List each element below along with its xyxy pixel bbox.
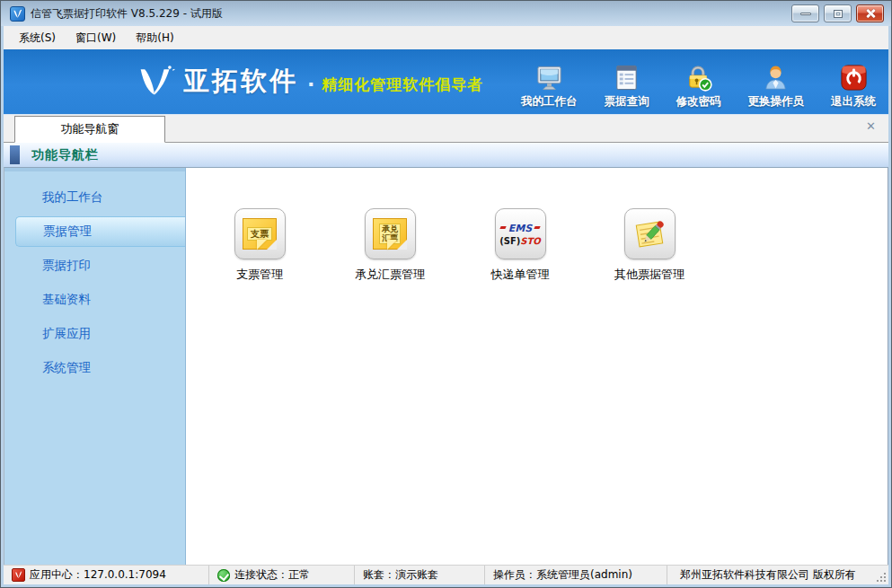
menu-window[interactable]: 窗口(W): [66, 27, 126, 49]
monitor-icon: [534, 63, 564, 92]
express-icon: EMS (SF)STO: [495, 208, 546, 259]
nav-accent-bar: [10, 145, 20, 164]
resize-grip[interactable]: [875, 571, 887, 583]
maximize-button[interactable]: [824, 4, 852, 22]
status-account-text: 账套：演示账套: [363, 567, 438, 583]
sidebar-item-system-management[interactable]: 系统管理: [4, 351, 185, 385]
status-account-set: 账套：演示账套: [355, 566, 485, 584]
tab-close-icon[interactable]: ✕: [866, 120, 876, 132]
lock-icon: [684, 63, 713, 92]
sidebar-item-extended-apps[interactable]: 扩展应用: [4, 317, 185, 351]
app-window: 信管飞票据打印软件 V8.5.229 - 试用版 系统(S) 窗口(W) 帮助(…: [0, 0, 892, 588]
tool-label: 票据查询: [605, 94, 649, 110]
acceptance-note-line2: 汇票: [382, 234, 398, 243]
window-body: 系统(S) 窗口(W) 帮助(H) 亚拓软件 · 精细化管理软件倡导者: [4, 26, 888, 584]
menu-bar: 系统(S) 窗口(W) 帮助(H): [4, 26, 888, 49]
module-label: 支票管理: [236, 267, 283, 283]
status-copyright: 郑州亚拓软件科技有限公司 版权所有: [667, 566, 875, 584]
module-label: 其他票据管理: [614, 267, 684, 283]
tab-bar: 功能导航窗 ✕: [4, 115, 888, 143]
module-acceptance-bill-management[interactable]: 承兑 汇票 承兑汇票管理: [336, 208, 444, 283]
power-icon: [839, 63, 869, 92]
tool-label: 退出系统: [831, 94, 876, 110]
maximize-icon: [834, 10, 843, 18]
app-center-logo-icon: [12, 568, 25, 582]
status-app-center-text: 应用中心：127.0.0.1:7094: [30, 567, 166, 583]
status-app-center: 应用中心：127.0.0.1:7094: [4, 566, 209, 584]
title-bar: 信管飞票据打印软件 V8.5.229 - 试用版: [1, 1, 891, 26]
acceptance-note-icon: 承兑 汇票: [365, 208, 416, 259]
minimize-icon: [800, 13, 811, 15]
minimize-button[interactable]: [791, 4, 819, 22]
app-logo-icon: [10, 6, 25, 22]
module-cheque-management[interactable]: 支票 支票管理: [206, 208, 314, 283]
module-express-waybill-management[interactable]: EMS (SF)STO 快递单管理: [466, 208, 574, 283]
sidebar-item-basic-data[interactable]: 基础资料: [4, 283, 185, 317]
list-icon: [612, 63, 641, 92]
close-button[interactable]: [856, 4, 884, 22]
brand-name: 亚拓软件: [183, 64, 298, 100]
module-label: 快递单管理: [491, 267, 550, 283]
sidebar-item-bill-management[interactable]: 票据管理: [15, 216, 185, 247]
status-bar: 应用中心：127.0.0.1:7094 连接状态：正常 账套：演示账套 操作员：…: [4, 565, 888, 584]
module-other-bills-management[interactable]: 其他票据管理: [596, 208, 703, 283]
window-title: 信管飞票据打印软件 V8.5.229 - 试用版: [31, 6, 791, 22]
sidebar-item-my-workbench[interactable]: 我的工作台: [4, 180, 185, 215]
brand-separator: ·: [307, 73, 314, 95]
sf-logo-text: (SF): [499, 236, 520, 246]
banner-toolbar: 我的工作台 票据查询: [521, 63, 876, 110]
status-operator: 操作员：系统管理员(admin): [485, 566, 667, 584]
sto-logo-text: STO: [520, 236, 541, 246]
status-operator-text: 操作员：系统管理员(admin): [493, 567, 632, 583]
module-label: 承兑汇票管理: [355, 267, 425, 283]
status-connection: 连接状态：正常: [209, 566, 355, 584]
menu-system[interactable]: 系统(S): [9, 27, 66, 49]
tool-label: 修改密码: [676, 94, 721, 110]
ems-logo-text: EMS: [503, 224, 537, 234]
operator-icon: [761, 63, 790, 92]
nav-header-band: 功能导航栏: [4, 143, 888, 167]
main-area: 我的工作台 票据管理 票据打印 基础资料 扩展应用 系统管理 支票 支票管理: [4, 167, 888, 565]
brand-banner: 亚拓软件 · 精细化管理软件倡导者 我的工作台: [4, 49, 888, 115]
pencil-note-icon: [624, 208, 676, 259]
tab-function-navigator[interactable]: 功能导航窗: [14, 116, 165, 143]
connection-ok-icon: [217, 569, 230, 582]
sidebar-item-bill-printing[interactable]: 票据打印: [4, 249, 185, 283]
tool-bill-query[interactable]: 票据查询: [605, 63, 649, 110]
function-sidebar: 我的工作台 票据管理 票据打印 基础资料 扩展应用 系统管理: [4, 168, 186, 565]
brand-tagline: 精细化管理软件倡导者: [322, 75, 483, 95]
cheque-note-icon: 支票: [234, 208, 286, 259]
cheque-note-text: 支票: [247, 227, 272, 241]
status-connection-text: 连接状态：正常: [234, 567, 310, 583]
tool-label: 我的工作台: [521, 94, 578, 110]
tool-my-workbench[interactable]: 我的工作台: [521, 63, 578, 110]
window-controls: [791, 4, 884, 22]
tool-change-password[interactable]: 修改密码: [676, 63, 721, 110]
menu-help[interactable]: 帮助(H): [126, 27, 183, 49]
brand-logo-icon: [135, 64, 176, 100]
status-copyright-text: 郑州亚拓软件科技有限公司 版权所有: [680, 567, 856, 583]
tool-change-operator[interactable]: 更换操作员: [748, 63, 805, 110]
close-icon: [865, 8, 876, 19]
tool-label: 更换操作员: [748, 94, 805, 110]
tool-exit-system[interactable]: 退出系统: [831, 63, 876, 110]
brand-block: 亚拓软件 · 精细化管理软件倡导者: [135, 64, 483, 100]
nav-header-title: 功能导航栏: [31, 147, 99, 163]
module-panel: 支票 支票管理 承兑 汇票 承兑汇票管理: [186, 168, 888, 565]
